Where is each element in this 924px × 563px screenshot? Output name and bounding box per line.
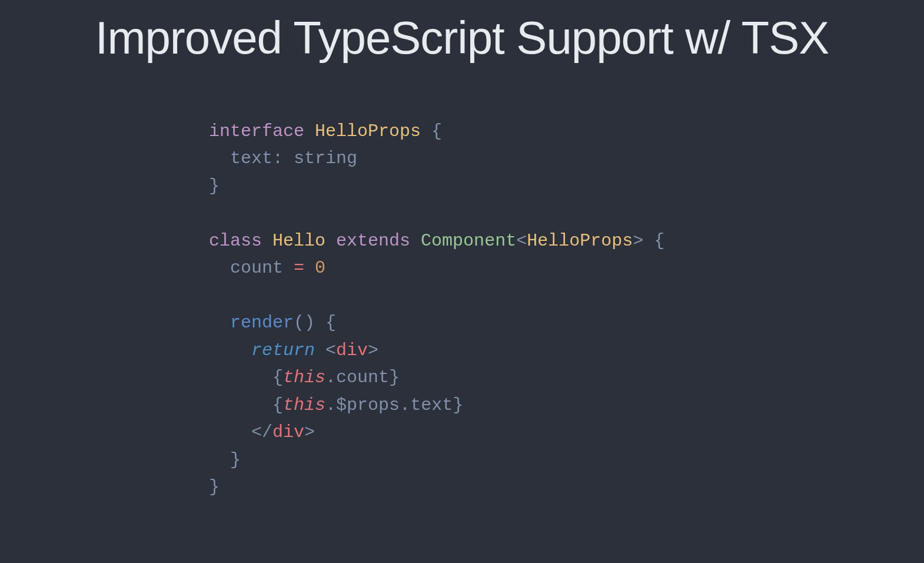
slide-title: Improved TypeScript Support w/ TSX xyxy=(0,12,924,65)
class-hello: Hello xyxy=(272,231,325,251)
jsx-tag-div-close: div xyxy=(272,422,304,442)
kw-interface: interface xyxy=(209,121,304,141)
member-text: text xyxy=(410,395,453,415)
kw-class: class xyxy=(209,231,262,251)
kw-extends: extends xyxy=(336,231,410,251)
num-zero: 0 xyxy=(315,258,325,278)
code-block: interface HelloProps { text: string } cl… xyxy=(209,118,924,501)
prop-text: text xyxy=(230,148,272,168)
type-string: string xyxy=(294,148,357,168)
method-render: render xyxy=(230,313,294,333)
class-component: Component xyxy=(421,231,516,251)
rbrace: } xyxy=(209,176,220,196)
kw-this: this xyxy=(283,395,325,415)
member-props: $props xyxy=(336,395,400,415)
field-count: count xyxy=(230,258,283,278)
kw-return: return xyxy=(251,340,315,360)
lbrace: { xyxy=(431,121,442,141)
slide: Improved TypeScript Support w/ TSX inter… xyxy=(0,0,924,563)
jsx-tag-div-open: div xyxy=(336,340,368,360)
type-helloprops: HelloProps xyxy=(315,121,421,141)
member-count: count xyxy=(336,367,389,388)
generic-helloprops: HelloProps xyxy=(527,231,633,251)
kw-this: this xyxy=(283,367,325,388)
